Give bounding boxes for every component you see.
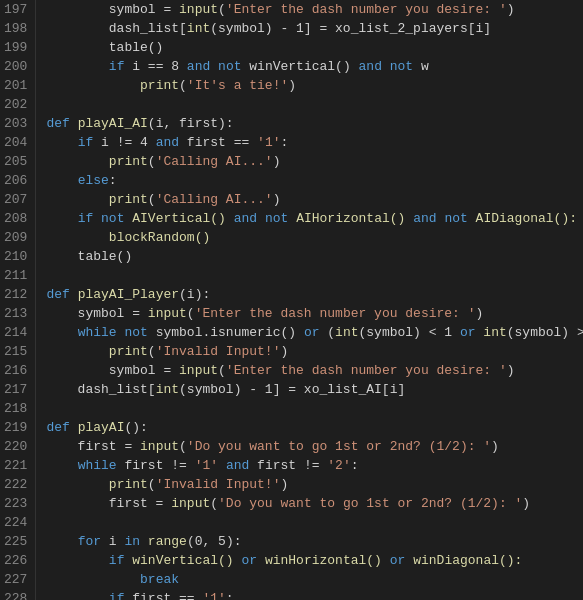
line-number: 200 <box>4 57 27 76</box>
line-number: 209 <box>4 228 27 247</box>
code-line: dash_list[int(symbol) - 1] = xo_list_2_p… <box>46 19 583 38</box>
code-line <box>46 399 583 418</box>
code-line: def playAI(): <box>46 418 583 437</box>
code-line <box>46 95 583 114</box>
code-line: symbol = input('Enter the dash number yo… <box>46 361 583 380</box>
code-line: dash_list[int(symbol) - 1] = xo_list_AI[… <box>46 380 583 399</box>
line-number: 210 <box>4 247 27 266</box>
line-number: 220 <box>4 437 27 456</box>
line-number: 213 <box>4 304 27 323</box>
code-line: blockRandom() <box>46 228 583 247</box>
code-line: print('Invalid Input!') <box>46 342 583 361</box>
line-number: 226 <box>4 551 27 570</box>
code-line: print('It's a tie!') <box>46 76 583 95</box>
code-line: symbol = input('Enter the dash number yo… <box>46 304 583 323</box>
line-numbers: 1971981992002012022032042052062072082092… <box>0 0 36 600</box>
line-number: 199 <box>4 38 27 57</box>
code-line: if first == '1': <box>46 589 583 600</box>
code-editor: 1971981992002012022032042052062072082092… <box>0 0 583 600</box>
line-number: 215 <box>4 342 27 361</box>
code-line: if i == 8 and not winVertical() and not … <box>46 57 583 76</box>
line-number: 198 <box>4 19 27 38</box>
line-number: 223 <box>4 494 27 513</box>
code-line <box>46 266 583 285</box>
code-line: first = input('Do you want to go 1st or … <box>46 437 583 456</box>
line-number: 204 <box>4 133 27 152</box>
code-line: def playAI_Player(i): <box>46 285 583 304</box>
code-line: break <box>46 570 583 589</box>
code-line: while first != '1' and first != '2': <box>46 456 583 475</box>
code-line: table() <box>46 247 583 266</box>
line-number: 211 <box>4 266 27 285</box>
code-line: table() <box>46 38 583 57</box>
line-number: 205 <box>4 152 27 171</box>
code-line: if winVertical() or winHorizontal() or w… <box>46 551 583 570</box>
line-number: 227 <box>4 570 27 589</box>
line-number: 228 <box>4 589 27 600</box>
code-line: while not symbol.isnumeric() or (int(sym… <box>46 323 583 342</box>
line-number: 224 <box>4 513 27 532</box>
line-number: 216 <box>4 361 27 380</box>
line-number: 214 <box>4 323 27 342</box>
code-line: print('Invalid Input!') <box>46 475 583 494</box>
code-line: print('Calling AI...') <box>46 152 583 171</box>
code-line: def playAI_AI(i, first): <box>46 114 583 133</box>
code-line: first = input('Do you want to go 1st or … <box>46 494 583 513</box>
line-number: 201 <box>4 76 27 95</box>
code-line: if not AIVertical() and not AIHorizontal… <box>46 209 583 228</box>
line-number: 221 <box>4 456 27 475</box>
line-number: 206 <box>4 171 27 190</box>
code-line: print('Calling AI...') <box>46 190 583 209</box>
line-number: 197 <box>4 0 27 19</box>
line-number: 222 <box>4 475 27 494</box>
line-number: 212 <box>4 285 27 304</box>
line-number: 208 <box>4 209 27 228</box>
line-number: 207 <box>4 190 27 209</box>
line-number: 202 <box>4 95 27 114</box>
code-line: if i != 4 and first == '1': <box>46 133 583 152</box>
code-line: symbol = input('Enter the dash number yo… <box>46 0 583 19</box>
line-number: 218 <box>4 399 27 418</box>
code-line <box>46 513 583 532</box>
code-content[interactable]: symbol = input('Enter the dash number yo… <box>36 0 583 600</box>
code-line: else: <box>46 171 583 190</box>
line-number: 203 <box>4 114 27 133</box>
line-number: 225 <box>4 532 27 551</box>
code-line: for i in range(0, 5): <box>46 532 583 551</box>
line-number: 217 <box>4 380 27 399</box>
line-number: 219 <box>4 418 27 437</box>
